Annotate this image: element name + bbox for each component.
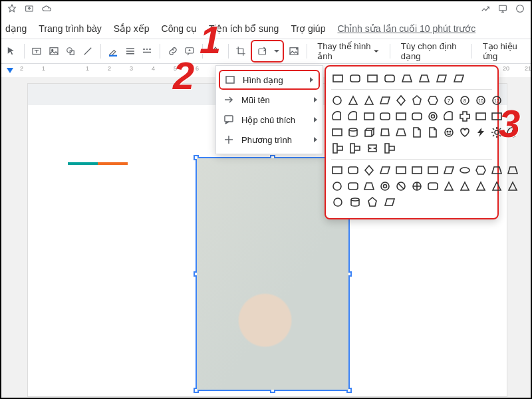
shape-option[interactable] xyxy=(395,126,407,139)
dropdown-item-arrows[interactable]: Mũi tên xyxy=(216,90,323,110)
shape-option[interactable] xyxy=(427,94,439,107)
shape-option[interactable]: 7 xyxy=(443,94,455,107)
shape-option[interactable] xyxy=(491,180,503,193)
format-options-button[interactable]: Tùy chọn định dạng xyxy=(396,42,466,61)
shape-option[interactable] xyxy=(348,142,362,155)
shape-option[interactable] xyxy=(379,94,391,107)
shape-option[interactable] xyxy=(411,180,423,193)
shape-option[interactable] xyxy=(411,126,423,139)
shape-option[interactable] xyxy=(443,110,455,123)
shape-option[interactable] xyxy=(347,110,359,123)
shape-option[interactable] xyxy=(427,164,439,177)
shape-option[interactable] xyxy=(507,180,519,193)
shape-option[interactable] xyxy=(491,164,503,177)
menu-help[interactable]: Trợ giúp xyxy=(291,23,325,34)
shape-option[interactable] xyxy=(347,164,359,177)
last-edit-link[interactable]: Chỉnh sửa lần cuối 10 phút trước xyxy=(337,23,475,34)
shape-option[interactable] xyxy=(363,110,375,123)
shape-option[interactable] xyxy=(331,94,343,107)
shape-option[interactable] xyxy=(427,126,439,139)
shape-option[interactable] xyxy=(452,72,466,85)
menu-slide[interactable]: Trang trình bày xyxy=(39,23,101,34)
shape-option[interactable] xyxy=(363,164,375,177)
resize-handle-w[interactable] xyxy=(194,271,199,277)
shape-option[interactable] xyxy=(459,164,471,177)
shape-tool[interactable] xyxy=(64,42,78,61)
textbox-tool[interactable] xyxy=(29,42,44,61)
shape-option[interactable] xyxy=(347,126,359,139)
shape-option[interactable] xyxy=(366,196,379,209)
shape-option[interactable] xyxy=(379,110,391,123)
shape-option[interactable] xyxy=(411,94,423,107)
shape-option[interactable] xyxy=(435,72,448,85)
move-to-drive-icon[interactable] xyxy=(24,3,35,17)
shape-option[interactable] xyxy=(400,72,414,85)
resize-handle-s[interactable] xyxy=(270,388,275,393)
border-color[interactable] xyxy=(106,42,121,61)
shape-option[interactable] xyxy=(459,180,471,193)
cloud-icon[interactable] xyxy=(41,3,52,17)
dropdown-item-equation[interactable]: Phương trình xyxy=(216,130,323,150)
shape-option[interactable] xyxy=(427,180,439,193)
shape-option[interactable] xyxy=(475,164,487,177)
shape-option[interactable] xyxy=(331,180,343,193)
create-effect-button[interactable]: Tạo hiệu ứng xyxy=(477,42,528,61)
resize-handle-n[interactable] xyxy=(270,155,275,160)
shape-option[interactable]: 10 xyxy=(475,94,487,107)
dropdown-item-shapes[interactable]: Hình dạng xyxy=(219,70,320,90)
shape-option[interactable] xyxy=(443,126,455,139)
replace-image-menu[interactable]: Thay thế hình ảnh xyxy=(312,42,384,61)
shape-option[interactable] xyxy=(363,180,375,193)
resize-handle-nw[interactable] xyxy=(194,155,199,160)
shape-option[interactable] xyxy=(443,164,455,177)
shape-option[interactable] xyxy=(443,180,455,193)
resize-handle-e[interactable] xyxy=(346,271,352,277)
dropdown-item-callouts[interactable]: Hộp chú thích xyxy=(216,110,323,130)
star-icon[interactable] xyxy=(7,3,17,17)
shape-option[interactable] xyxy=(363,126,375,139)
shape-option[interactable] xyxy=(411,110,423,123)
shape-option[interactable] xyxy=(363,94,375,107)
shape-option[interactable] xyxy=(411,164,423,177)
shape-option[interactable] xyxy=(459,110,471,123)
shape-option[interactable] xyxy=(395,164,407,177)
shape-option[interactable] xyxy=(347,94,359,107)
shape-option[interactable] xyxy=(331,72,344,85)
present-icon[interactable] xyxy=(497,3,508,17)
shape-option[interactable] xyxy=(331,196,344,209)
shape-option[interactable] xyxy=(379,164,391,177)
shape-option[interactable] xyxy=(347,180,359,193)
menu-arrange[interactable]: Sắp xếp xyxy=(114,23,150,34)
select-tool[interactable] xyxy=(4,42,19,61)
shape-option[interactable]: 8 xyxy=(459,94,471,107)
border-weight[interactable] xyxy=(123,42,138,61)
shape-option[interactable] xyxy=(331,126,343,139)
shape-option[interactable] xyxy=(366,142,379,155)
trend-icon[interactable] xyxy=(480,3,491,17)
shape-option[interactable] xyxy=(427,110,439,123)
resize-handle-se[interactable] xyxy=(346,388,352,393)
app-icon[interactable] xyxy=(515,3,525,17)
shape-option[interactable] xyxy=(395,110,407,123)
border-dash[interactable] xyxy=(140,42,155,61)
mask-image-dropdown[interactable] xyxy=(272,48,281,55)
resize-handle-sw[interactable] xyxy=(194,388,199,393)
mask-image-button[interactable] xyxy=(251,40,284,63)
shape-option[interactable] xyxy=(379,126,391,139)
menu-tools[interactable]: Công cụ xyxy=(162,23,197,34)
image-tool[interactable] xyxy=(47,42,61,61)
line-tool[interactable] xyxy=(80,42,95,61)
crop-tool[interactable] xyxy=(233,42,248,61)
menu-format[interactable]: dạng xyxy=(5,23,27,34)
shape-option[interactable] xyxy=(331,110,343,123)
shape-option[interactable] xyxy=(395,94,407,107)
shape-option[interactable] xyxy=(379,180,391,193)
shape-option[interactable] xyxy=(507,164,519,177)
ruler-marker-left[interactable] xyxy=(7,68,13,73)
shape-option[interactable] xyxy=(383,142,396,155)
shape-option[interactable] xyxy=(348,72,362,85)
shape-option[interactable] xyxy=(418,72,431,85)
shape-option[interactable] xyxy=(475,110,487,123)
shape-option[interactable] xyxy=(383,196,396,209)
shape-option[interactable] xyxy=(383,72,396,85)
